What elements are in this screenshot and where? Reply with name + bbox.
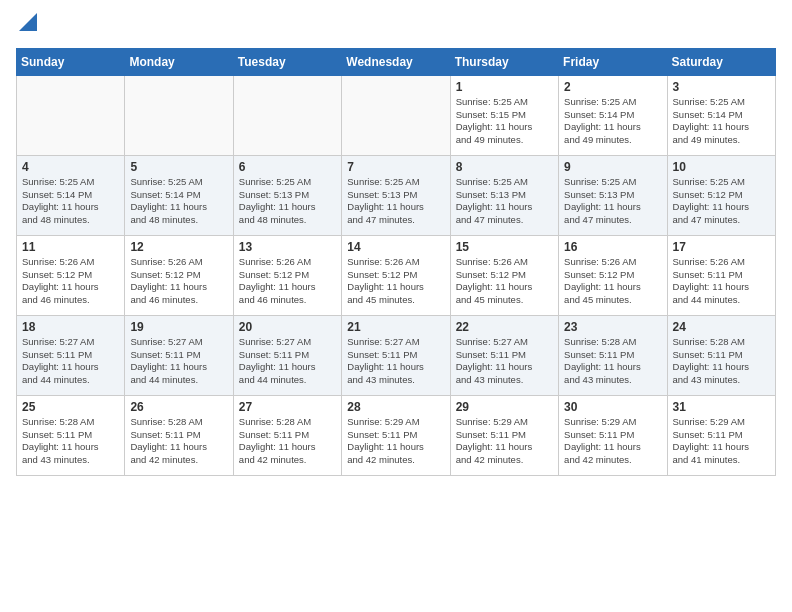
day-info: Sunrise: 5:28 AM Sunset: 5:11 PM Dayligh…: [564, 336, 661, 387]
day-number: 27: [239, 400, 336, 414]
day-info: Sunrise: 5:25 AM Sunset: 5:13 PM Dayligh…: [347, 176, 444, 227]
day-number: 14: [347, 240, 444, 254]
day-info: Sunrise: 5:25 AM Sunset: 5:14 PM Dayligh…: [564, 96, 661, 147]
day-number: 5: [130, 160, 227, 174]
day-info: Sunrise: 5:29 AM Sunset: 5:11 PM Dayligh…: [347, 416, 444, 467]
calendar-day-17: 17Sunrise: 5:26 AM Sunset: 5:11 PM Dayli…: [667, 235, 775, 315]
day-info: Sunrise: 5:25 AM Sunset: 5:13 PM Dayligh…: [564, 176, 661, 227]
calendar-day-9: 9Sunrise: 5:25 AM Sunset: 5:13 PM Daylig…: [559, 155, 667, 235]
calendar-day-14: 14Sunrise: 5:26 AM Sunset: 5:12 PM Dayli…: [342, 235, 450, 315]
calendar-day-10: 10Sunrise: 5:25 AM Sunset: 5:12 PM Dayli…: [667, 155, 775, 235]
day-info: Sunrise: 5:27 AM Sunset: 5:11 PM Dayligh…: [239, 336, 336, 387]
calendar-empty: [342, 75, 450, 155]
calendar-day-8: 8Sunrise: 5:25 AM Sunset: 5:13 PM Daylig…: [450, 155, 558, 235]
day-info: Sunrise: 5:26 AM Sunset: 5:12 PM Dayligh…: [22, 256, 119, 307]
day-number: 10: [673, 160, 770, 174]
calendar-day-12: 12Sunrise: 5:26 AM Sunset: 5:12 PM Dayli…: [125, 235, 233, 315]
day-number: 21: [347, 320, 444, 334]
day-info: Sunrise: 5:26 AM Sunset: 5:11 PM Dayligh…: [673, 256, 770, 307]
calendar-week-2: 4Sunrise: 5:25 AM Sunset: 5:14 PM Daylig…: [17, 155, 776, 235]
calendar-day-24: 24Sunrise: 5:28 AM Sunset: 5:11 PM Dayli…: [667, 315, 775, 395]
calendar-day-11: 11Sunrise: 5:26 AM Sunset: 5:12 PM Dayli…: [17, 235, 125, 315]
calendar-day-18: 18Sunrise: 5:27 AM Sunset: 5:11 PM Dayli…: [17, 315, 125, 395]
day-number: 3: [673, 80, 770, 94]
day-number: 1: [456, 80, 553, 94]
weekday-header-wednesday: Wednesday: [342, 48, 450, 75]
day-number: 11: [22, 240, 119, 254]
day-info: Sunrise: 5:25 AM Sunset: 5:14 PM Dayligh…: [673, 96, 770, 147]
calendar-day-25: 25Sunrise: 5:28 AM Sunset: 5:11 PM Dayli…: [17, 395, 125, 475]
day-number: 25: [22, 400, 119, 414]
calendar-day-5: 5Sunrise: 5:25 AM Sunset: 5:14 PM Daylig…: [125, 155, 233, 235]
calendar-day-19: 19Sunrise: 5:27 AM Sunset: 5:11 PM Dayli…: [125, 315, 233, 395]
day-number: 6: [239, 160, 336, 174]
calendar-week-1: 1Sunrise: 5:25 AM Sunset: 5:15 PM Daylig…: [17, 75, 776, 155]
day-number: 23: [564, 320, 661, 334]
day-info: Sunrise: 5:29 AM Sunset: 5:11 PM Dayligh…: [673, 416, 770, 467]
day-info: Sunrise: 5:29 AM Sunset: 5:11 PM Dayligh…: [564, 416, 661, 467]
calendar-week-3: 11Sunrise: 5:26 AM Sunset: 5:12 PM Dayli…: [17, 235, 776, 315]
calendar-empty: [17, 75, 125, 155]
day-number: 29: [456, 400, 553, 414]
day-info: Sunrise: 5:28 AM Sunset: 5:11 PM Dayligh…: [22, 416, 119, 467]
day-number: 15: [456, 240, 553, 254]
calendar-day-23: 23Sunrise: 5:28 AM Sunset: 5:11 PM Dayli…: [559, 315, 667, 395]
weekday-header-monday: Monday: [125, 48, 233, 75]
day-info: Sunrise: 5:25 AM Sunset: 5:14 PM Dayligh…: [22, 176, 119, 227]
day-info: Sunrise: 5:27 AM Sunset: 5:11 PM Dayligh…: [456, 336, 553, 387]
day-number: 26: [130, 400, 227, 414]
svg-marker-0: [19, 13, 37, 31]
day-number: 12: [130, 240, 227, 254]
page-header: [16, 16, 776, 36]
day-info: Sunrise: 5:26 AM Sunset: 5:12 PM Dayligh…: [130, 256, 227, 307]
day-number: 24: [673, 320, 770, 334]
calendar-day-27: 27Sunrise: 5:28 AM Sunset: 5:11 PM Dayli…: [233, 395, 341, 475]
calendar-day-21: 21Sunrise: 5:27 AM Sunset: 5:11 PM Dayli…: [342, 315, 450, 395]
calendar-day-7: 7Sunrise: 5:25 AM Sunset: 5:13 PM Daylig…: [342, 155, 450, 235]
day-number: 16: [564, 240, 661, 254]
calendar-day-6: 6Sunrise: 5:25 AM Sunset: 5:13 PM Daylig…: [233, 155, 341, 235]
logo-icon: [19, 13, 37, 31]
day-number: 31: [673, 400, 770, 414]
day-info: Sunrise: 5:25 AM Sunset: 5:13 PM Dayligh…: [456, 176, 553, 227]
calendar-day-15: 15Sunrise: 5:26 AM Sunset: 5:12 PM Dayli…: [450, 235, 558, 315]
day-info: Sunrise: 5:28 AM Sunset: 5:11 PM Dayligh…: [673, 336, 770, 387]
calendar-week-5: 25Sunrise: 5:28 AM Sunset: 5:11 PM Dayli…: [17, 395, 776, 475]
day-info: Sunrise: 5:27 AM Sunset: 5:11 PM Dayligh…: [22, 336, 119, 387]
logo: [16, 16, 37, 36]
calendar-empty: [233, 75, 341, 155]
day-number: 17: [673, 240, 770, 254]
calendar-week-4: 18Sunrise: 5:27 AM Sunset: 5:11 PM Dayli…: [17, 315, 776, 395]
calendar-table: SundayMondayTuesdayWednesdayThursdayFrid…: [16, 48, 776, 476]
day-info: Sunrise: 5:29 AM Sunset: 5:11 PM Dayligh…: [456, 416, 553, 467]
day-number: 22: [456, 320, 553, 334]
day-number: 8: [456, 160, 553, 174]
day-number: 19: [130, 320, 227, 334]
day-info: Sunrise: 5:26 AM Sunset: 5:12 PM Dayligh…: [564, 256, 661, 307]
day-number: 4: [22, 160, 119, 174]
calendar-day-4: 4Sunrise: 5:25 AM Sunset: 5:14 PM Daylig…: [17, 155, 125, 235]
day-number: 7: [347, 160, 444, 174]
day-info: Sunrise: 5:25 AM Sunset: 5:14 PM Dayligh…: [130, 176, 227, 227]
calendar-day-30: 30Sunrise: 5:29 AM Sunset: 5:11 PM Dayli…: [559, 395, 667, 475]
weekday-header-saturday: Saturday: [667, 48, 775, 75]
calendar-day-29: 29Sunrise: 5:29 AM Sunset: 5:11 PM Dayli…: [450, 395, 558, 475]
calendar-day-3: 3Sunrise: 5:25 AM Sunset: 5:14 PM Daylig…: [667, 75, 775, 155]
day-info: Sunrise: 5:28 AM Sunset: 5:11 PM Dayligh…: [239, 416, 336, 467]
weekday-header-friday: Friday: [559, 48, 667, 75]
day-number: 20: [239, 320, 336, 334]
calendar-day-26: 26Sunrise: 5:28 AM Sunset: 5:11 PM Dayli…: [125, 395, 233, 475]
calendar-day-28: 28Sunrise: 5:29 AM Sunset: 5:11 PM Dayli…: [342, 395, 450, 475]
day-info: Sunrise: 5:26 AM Sunset: 5:12 PM Dayligh…: [239, 256, 336, 307]
day-info: Sunrise: 5:28 AM Sunset: 5:11 PM Dayligh…: [130, 416, 227, 467]
weekday-header-thursday: Thursday: [450, 48, 558, 75]
weekday-header-row: SundayMondayTuesdayWednesdayThursdayFrid…: [17, 48, 776, 75]
weekday-header-sunday: Sunday: [17, 48, 125, 75]
day-number: 28: [347, 400, 444, 414]
day-info: Sunrise: 5:27 AM Sunset: 5:11 PM Dayligh…: [347, 336, 444, 387]
weekday-header-tuesday: Tuesday: [233, 48, 341, 75]
calendar-day-13: 13Sunrise: 5:26 AM Sunset: 5:12 PM Dayli…: [233, 235, 341, 315]
calendar-day-31: 31Sunrise: 5:29 AM Sunset: 5:11 PM Dayli…: [667, 395, 775, 475]
day-number: 2: [564, 80, 661, 94]
day-info: Sunrise: 5:26 AM Sunset: 5:12 PM Dayligh…: [347, 256, 444, 307]
